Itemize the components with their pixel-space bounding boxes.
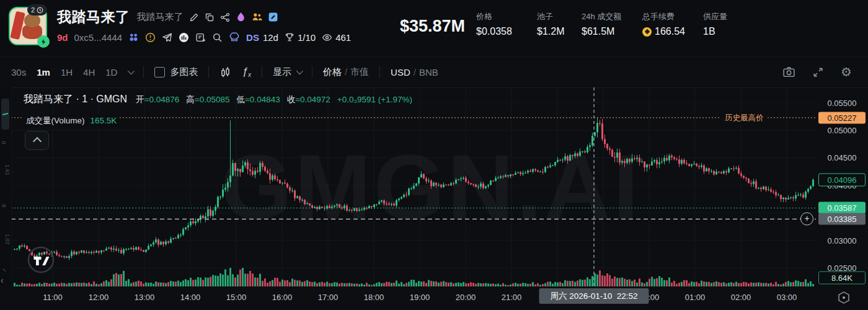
chart-legend: 我踏马来了 · 1 · GMGN 开=0.04876 高=0.05085 低=0… xyxy=(24,93,412,106)
volume-axis-badge: 8.64K xyxy=(818,272,866,285)
rank-badge[interactable]: 1/10 xyxy=(285,32,316,43)
search-icon[interactable] xyxy=(212,32,223,43)
volume-value: 165.5K xyxy=(91,116,117,125)
left-rail-glyph: 1.07 xyxy=(4,234,11,245)
interval-1d[interactable]: 1D xyxy=(105,67,117,78)
current-price-badge: 0.04096 xyxy=(818,174,866,187)
x-axis-tick: 21:00 xyxy=(502,293,522,302)
clock-icon xyxy=(37,7,43,14)
x-axis-tick: 20:00 xyxy=(456,293,476,302)
chat-icon[interactable] xyxy=(268,12,278,22)
rank-value: 1/10 xyxy=(298,32,316,43)
x-axis-tick: 02:00 xyxy=(731,293,751,302)
y-axis-tick: 0.03000 xyxy=(816,236,868,245)
price-mcap-toggle[interactable]: 价格/市值 xyxy=(323,66,369,78)
boost-badge xyxy=(37,35,50,48)
settings-icon[interactable] xyxy=(841,64,852,79)
share-icon[interactable] xyxy=(220,12,230,22)
x-axis-tick: 11:00 xyxy=(43,293,63,302)
support-price-badge: 0.03587 xyxy=(818,202,866,214)
token-header: 2 我踏马来了 我踏马来了 9d 0xc5...4444 xyxy=(0,0,868,56)
stat-supply: 供应量1B xyxy=(703,11,727,37)
avatar-count-badge: 2 xyxy=(27,4,47,16)
stat-total-fees: 总手续费 166.54 xyxy=(642,11,685,37)
fullscreen-icon[interactable] xyxy=(812,66,824,78)
note-icon[interactable] xyxy=(195,32,206,43)
time-axis[interactable]: 11:0012:0013:0014:0015:0016:0017:0018:00… xyxy=(0,286,868,310)
y-axis-tick: 0.04500 xyxy=(816,153,868,162)
x-axis-tick: 12:00 xyxy=(89,293,109,302)
crosshair-time-badge: 周六 2026-01-10 22:52 xyxy=(539,288,649,304)
legend-title: 我踏马来了 · 1 · GMGN xyxy=(24,93,127,106)
interval-30s[interactable]: 30s xyxy=(11,67,26,78)
stat-pool: 池子$1.2M xyxy=(537,11,564,37)
crosshair-price-badge: 0.03385 xyxy=(818,213,866,225)
ds-label[interactable]: DS xyxy=(246,32,259,43)
display-menu[interactable]: 显示 xyxy=(273,66,301,78)
usd-bnb-toggle[interactable]: USD/BNB xyxy=(391,67,438,78)
x-axis-tick: 01:00 xyxy=(685,293,706,302)
ath-price-badge: 0.05227 xyxy=(818,112,866,123)
left-rail-glyph: 0 xyxy=(1,141,7,144)
community-icon[interactable] xyxy=(252,12,262,22)
chef-hat-icon[interactable] xyxy=(229,32,240,43)
chart-toolbar: 30s 1m 1H 4H 1D 多图表 显示 价格/市值 USD/BNB xyxy=(0,56,868,88)
stat-volume-24h: 24h 成交额$61.5M xyxy=(582,11,621,37)
screenshot-icon[interactable] xyxy=(782,66,795,79)
interval-1m[interactable]: 1m xyxy=(37,67,50,78)
token-fullname: 我踏马来了 xyxy=(137,11,184,23)
stat-price: 价格$0.0358 xyxy=(476,11,512,37)
interval-1h[interactable]: 1H xyxy=(61,67,73,78)
y-axis-tick: 0.05500 xyxy=(816,98,868,107)
telegram-icon[interactable] xyxy=(162,32,172,43)
checkbox-icon[interactable] xyxy=(154,67,165,78)
candlestick-style-icon[interactable] xyxy=(219,66,231,78)
trophy-icon xyxy=(285,32,294,42)
x-axis-tick: 19:00 xyxy=(410,293,430,302)
edit-icon[interactable] xyxy=(189,12,199,22)
x-axis-tick: 15:00 xyxy=(226,293,247,302)
left-rail-glyph: 8 xyxy=(1,204,7,207)
eye-icon xyxy=(322,32,332,43)
chart-area[interactable]: GMGN.AI 0 1.61 8 1.07 ✓ 我踏马来了 · 1 · GMGN… xyxy=(0,87,868,310)
axis-settings-icon[interactable] xyxy=(837,291,851,304)
scroll-left-icon[interactable] xyxy=(1,275,4,285)
volume-legend: 成交量(Volume)165.5K xyxy=(24,115,119,127)
y-axis-tick: 0.05000 xyxy=(816,126,868,135)
token-info: 我踏马来了 我踏马来了 9d 0xc5...4444 DS xyxy=(57,7,351,43)
price-axis[interactable]: 0.055000.050000.045000.040000.030000.025… xyxy=(816,87,868,292)
token-avatar[interactable]: 2 xyxy=(9,7,47,45)
bnb-coin-icon xyxy=(642,27,652,37)
indicators-icon[interactable] xyxy=(242,66,250,78)
chevron-down-icon xyxy=(296,68,303,74)
x-axis-tick: 17:00 xyxy=(318,293,339,302)
lightning-icon xyxy=(40,38,47,45)
chevron-up-icon xyxy=(32,137,41,146)
holders-icon[interactable] xyxy=(128,32,139,43)
x-axis-tick: 16:00 xyxy=(272,293,293,302)
x-axis-tick: 14:00 xyxy=(180,293,201,302)
token-address[interactable]: 0xc5...4444 xyxy=(74,32,123,43)
market-cap: $35.87M xyxy=(400,17,465,36)
copy-icon[interactable] xyxy=(205,12,215,22)
collapse-pane-button[interactable] xyxy=(25,131,49,150)
platform-logo-icon[interactable] xyxy=(179,32,189,43)
flame-icon[interactable] xyxy=(236,12,246,22)
price-change: +0.0₃9591 (+1.97%) xyxy=(337,95,412,104)
interval-dropdown-icon[interactable] xyxy=(128,68,135,74)
multi-chart-toggle[interactable]: 多图表 xyxy=(154,66,198,78)
watchers-badge[interactable]: 461 xyxy=(322,32,351,43)
ath-line-label: 历史最高价 xyxy=(721,112,768,123)
add-alert-icon[interactable] xyxy=(800,213,813,226)
interval-4h[interactable]: 4H xyxy=(83,67,95,78)
warning-icon[interactable] xyxy=(145,32,156,43)
token-age: 9d xyxy=(57,32,68,43)
x-axis-tick: 03:00 xyxy=(777,293,797,302)
left-rail-tab[interactable] xyxy=(1,99,9,130)
tradingview-logo[interactable] xyxy=(27,246,55,273)
left-rail-glyph: ✓ xyxy=(1,268,7,273)
x-axis-tick: 18:00 xyxy=(364,293,384,302)
ds-age: 12d xyxy=(263,32,278,43)
token-name: 我踏马来了 xyxy=(57,7,130,27)
left-rail-glyph: 1.61 xyxy=(4,164,11,175)
